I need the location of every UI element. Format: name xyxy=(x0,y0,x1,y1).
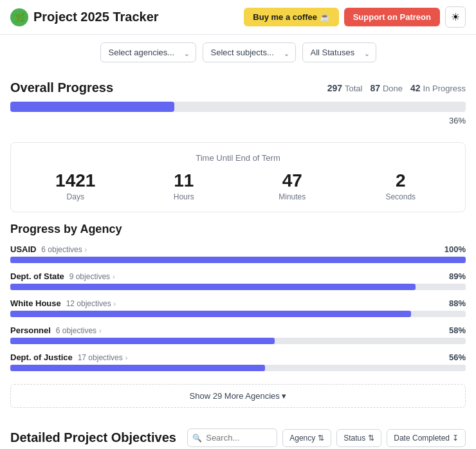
detailed-title: Detailed Project Objectives xyxy=(10,430,176,445)
detailed-section: Detailed Project Objectives 🔍 Agency ⇅ S… xyxy=(0,418,476,449)
subjects-filter-wrapper: Select subjects... xyxy=(203,42,296,62)
app-header: 🌿 Project 2025 Tracker Buy me a coffee ☕… xyxy=(0,0,476,35)
overall-progress-pct: 36% xyxy=(10,116,466,125)
search-icon: 🔍 xyxy=(192,434,202,443)
timer-days: 1421 Days xyxy=(21,170,130,201)
overall-progress-bar-outer xyxy=(10,102,466,112)
show-more-agencies-button[interactable]: Show 29 More Agencies ▾ xyxy=(10,384,466,408)
overall-progress-section: Overall Progress 297 Total 87 Done 42 In… xyxy=(0,70,476,142)
status-select[interactable]: All Statuses xyxy=(302,42,376,62)
agency-row-justice: Dept. of Justice 17 objectives › 56% xyxy=(10,352,466,371)
timer-values: 1421 Days 11 Hours 47 Minutes 2 Seconds xyxy=(21,170,455,201)
agency-row-usaid: USAID 6 objectives › 100% xyxy=(10,244,466,263)
buy-coffee-button[interactable]: Buy me a coffee ☕ xyxy=(244,8,338,26)
agency-sort-button[interactable]: Agency ⇅ xyxy=(282,429,331,447)
status-sort-button[interactable]: Status ⇅ xyxy=(336,429,381,447)
filter-bar: Select agencies... Select subjects... Al… xyxy=(0,35,476,70)
timer-seconds: 2 Seconds xyxy=(347,170,455,201)
agency-row-state: Dept. of State 9 objectives › 89% xyxy=(10,271,466,290)
agency-section-title: Progress by Agency xyxy=(10,223,466,236)
search-wrapper: 🔍 xyxy=(187,428,277,447)
agency-row-personnel: Personnel 6 objectives › 58% xyxy=(10,325,466,344)
theme-toggle-button[interactable]: ☀ xyxy=(445,6,466,28)
timer-minutes: 47 Minutes xyxy=(238,170,347,201)
agency-row-whitehouse: White House 12 objectives › 88% xyxy=(10,298,466,317)
overall-progress-bar-fill xyxy=(10,102,174,112)
agencies-select[interactable]: Select agencies... xyxy=(100,42,196,62)
detailed-header: Detailed Project Objectives 🔍 Agency ⇅ S… xyxy=(10,428,466,447)
header-left: 🌿 Project 2025 Tracker xyxy=(10,8,159,26)
overall-header: Overall Progress 297 Total 87 Done 42 In… xyxy=(10,80,466,95)
done-stat: 87 Done xyxy=(371,83,403,93)
subjects-select[interactable]: Select subjects... xyxy=(203,42,296,62)
overall-stats: 297 Total 87 Done 42 In Progress xyxy=(327,83,466,93)
app-title: Project 2025 Tracker xyxy=(33,10,159,24)
header-right: Buy me a coffee ☕ Support on Patreon ☀ xyxy=(244,6,466,28)
timer-box: Time Until End of Term 1421 Days 11 Hour… xyxy=(10,142,466,212)
total-stat: 297 Total xyxy=(327,83,363,93)
status-filter-wrapper: All Statuses xyxy=(302,42,376,62)
timer-label: Time Until End of Term xyxy=(21,153,455,163)
app-logo: 🌿 xyxy=(10,8,28,26)
timer-hours: 11 Hours xyxy=(130,170,239,201)
agencies-filter-wrapper: Select agencies... xyxy=(100,42,196,62)
inprogress-stat: 42 In Progress xyxy=(410,83,466,93)
date-sort-button[interactable]: Date Completed ↧ xyxy=(387,429,466,447)
agency-section: Progress by Agency USAID 6 objectives › … xyxy=(0,223,476,418)
detailed-controls: 🔍 Agency ⇅ Status ⇅ Date Completed ↧ xyxy=(187,428,466,447)
support-patreon-button[interactable]: Support on Patreon xyxy=(344,8,440,26)
overall-title: Overall Progress xyxy=(10,80,113,95)
